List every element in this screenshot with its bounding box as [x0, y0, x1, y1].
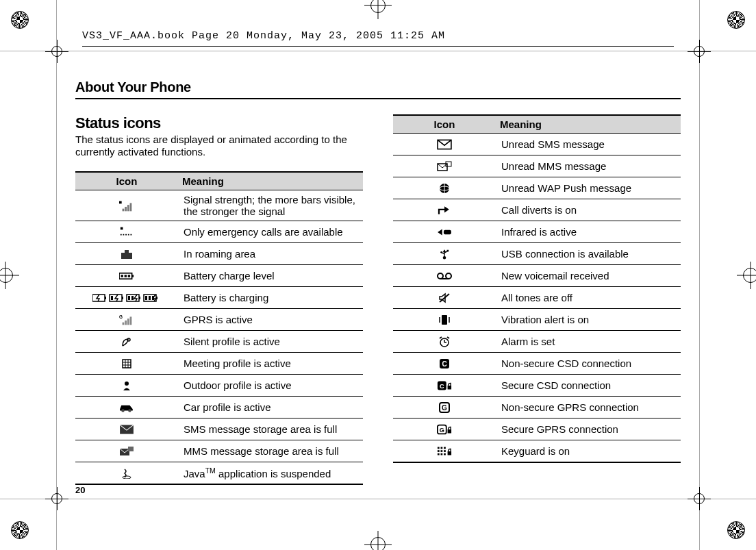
icon-meaning: Infrared is active — [496, 221, 681, 242]
icon-meaning: Call diverts is on — [496, 199, 681, 221]
registration-mark-br-icon — [727, 521, 745, 539]
table-row: New voicemail received — [393, 264, 681, 286]
icon-meaning: Secure GPRS connection — [496, 418, 681, 440]
table-row: Unread WAP Push message — [393, 177, 681, 199]
table-row: USB connection is available — [393, 242, 681, 264]
icon-meaning: All tones are off — [496, 286, 681, 308]
crosshair-icon — [364, 0, 392, 19]
icon-meaning: SMS message storage area is full — [178, 418, 363, 440]
mmsfull-icon — [75, 440, 178, 462]
keyguard-icon — [393, 440, 496, 462]
table-row: Battery is charging — [75, 287, 363, 309]
gprs-conn-icon — [393, 396, 496, 418]
crosshair-icon — [0, 262, 19, 289]
table-row: Unread SMS message — [393, 133, 681, 155]
page-content: VS3_VF_AAA.book Page 20 Monday, May 23, … — [75, 30, 681, 509]
icon-meaning: Signal strength; the more bars visible, … — [178, 190, 363, 221]
right-column: Icon Meaning Unread SMS messageUnread MM… — [393, 114, 681, 486]
registration-mark-bl-icon — [11, 521, 29, 539]
icon-meaning: Only emergency calls are available — [178, 221, 363, 243]
roaming-icon — [75, 243, 178, 265]
crosshair-icon — [737, 262, 756, 289]
table-header-meaning: Meaning — [496, 115, 681, 134]
icon-meaning: Non-secure CSD connection — [496, 352, 681, 374]
table-row: Outdoor profile is active — [75, 375, 363, 397]
icon-meaning: Unread SMS message — [496, 133, 681, 155]
table-row: MMS message storage area is full — [75, 440, 363, 462]
silent-icon — [75, 331, 178, 353]
mute-icon — [393, 286, 496, 308]
icon-meaning: Alarm is set — [496, 330, 681, 352]
page-number: 20 — [75, 485, 85, 495]
sms-icon — [393, 133, 496, 155]
table-row: Car profile is active — [75, 397, 363, 418]
table-row: JavaTM application is suspended — [75, 462, 363, 485]
table-row: Silent profile is active — [75, 331, 363, 353]
table-row: Battery charge level — [75, 265, 363, 287]
table-row: Vibration alert is on — [393, 308, 681, 330]
intro-text: The status icons are displayed or animat… — [75, 134, 363, 160]
icon-meaning: Car profile is active — [178, 397, 363, 418]
icon-meaning: USB connection is available — [496, 242, 681, 264]
table-row: Meeting profile is active — [75, 353, 363, 375]
icon-meaning: Battery charge level — [178, 265, 363, 287]
icon-meaning: Meeting profile is active — [178, 353, 363, 375]
table-row: Secure CSD connection — [393, 374, 681, 396]
crosshair-small-icon — [45, 40, 68, 63]
table-row: Alarm is set — [393, 330, 681, 352]
table-row: Non-secure GPRS connection — [393, 396, 681, 418]
table-header-icon: Icon — [75, 172, 178, 190]
crop-line-icon — [56, 0, 57, 550]
left-column: Status icons The status icons are displa… — [75, 114, 363, 486]
print-header-text: VS3_VF_AAA.book Page 20 Monday, May 23, … — [82, 30, 445, 42]
crosshair-small-icon — [688, 487, 711, 510]
signal-icon — [75, 190, 178, 221]
table-row: Signal strength; the more bars visible, … — [75, 190, 363, 221]
emergency-icon — [75, 221, 178, 243]
table-header-icon: Icon — [393, 115, 496, 134]
title-rule-icon — [75, 98, 681, 99]
right-icon-table: Icon Meaning Unread SMS messageUnread MM… — [393, 114, 681, 463]
icon-meaning: In roaming area — [178, 243, 363, 265]
car-icon — [75, 397, 178, 418]
csd-sec-icon — [393, 374, 496, 396]
icon-meaning: JavaTM application is suspended — [178, 462, 363, 485]
outdoor-icon — [75, 375, 178, 397]
gprs-sec-icon — [393, 418, 496, 440]
crop-line-icon — [699, 0, 700, 550]
icon-meaning: Unread WAP Push message — [496, 177, 681, 199]
table-row: Unread MMS message — [393, 155, 681, 177]
charging-icon — [75, 287, 178, 309]
print-header: VS3_VF_AAA.book Page 20 Monday, May 23, … — [75, 30, 681, 55]
table-row: Keyguard is on — [393, 440, 681, 462]
table-row: Only emergency calls are available — [75, 221, 363, 243]
battery-icon — [75, 265, 178, 287]
icon-meaning: MMS message storage area is full — [178, 440, 363, 462]
divert-icon — [393, 199, 496, 221]
table-row: Infrared is active — [393, 221, 681, 242]
section-label: About Your Phone — [75, 55, 681, 98]
icon-meaning: Keyguard is on — [496, 440, 681, 462]
left-icon-table: Icon Meaning Signal strength; the more b… — [75, 171, 363, 485]
registration-mark-tl-icon — [11, 11, 29, 29]
icon-meaning: Vibration alert is on — [496, 308, 681, 330]
crosshair-small-icon — [45, 487, 68, 510]
registration-mark-tr-icon — [727, 11, 745, 29]
csd-icon — [393, 352, 496, 374]
icon-meaning: Non-secure GPRS connection — [496, 396, 681, 418]
table-row: In roaming area — [75, 243, 363, 265]
infrared-icon — [393, 221, 496, 242]
icon-meaning: New voicemail received — [496, 264, 681, 286]
icon-meaning: Outdoor profile is active — [178, 375, 363, 397]
table-header-meaning: Meaning — [178, 172, 363, 190]
icon-meaning: GPRS is active — [178, 309, 363, 331]
wap-icon — [393, 177, 496, 199]
vibrate-icon — [393, 308, 496, 330]
alarm-icon — [393, 330, 496, 352]
meeting-icon — [75, 353, 178, 375]
crosshair-small-icon — [688, 40, 711, 63]
icon-meaning: Unread MMS message — [496, 155, 681, 177]
usb-icon — [393, 242, 496, 264]
icon-meaning: Battery is charging — [178, 287, 363, 309]
crosshair-icon — [364, 531, 392, 550]
